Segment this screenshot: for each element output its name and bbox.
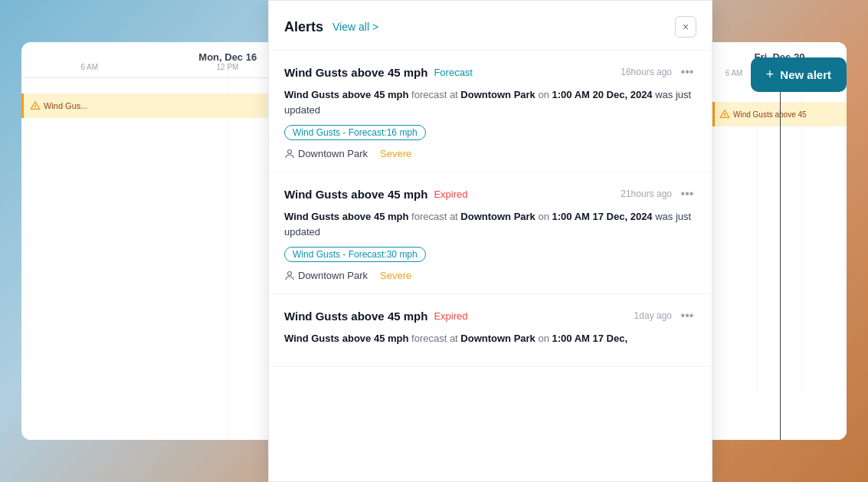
alert-0-body: Wind Gusts above 45 mph forecast at Down… (284, 87, 696, 117)
person-icon-1 (284, 271, 295, 281)
alert-0-bold2: Downtown Park (460, 89, 536, 100)
alert-0-bold1: Wind Gusts above 45 mph (284, 89, 408, 100)
new-alert-button[interactable]: + New alert (751, 57, 847, 92)
alert-1-location-wrap: Downtown Park (284, 270, 368, 281)
alert-1-meta: Downtown Park Severe (284, 270, 696, 281)
alerts-panel: Alerts View all > × Wind Gusts above 45 … (268, 0, 712, 482)
alert-0-name: Wind Gusts above 45 mph (284, 66, 427, 79)
alert-2-name: Wind Gusts above 45 mph (284, 310, 427, 323)
alerts-title: Alerts (284, 19, 323, 35)
alert-0-status: Forecast (434, 67, 473, 78)
alert-1-body: Wind Gusts above 45 mph forecast at Down… (284, 209, 696, 239)
alert-1-more-button[interactable]: ••• (678, 185, 696, 203)
alert-2-bold3: 1:00 AM 17 Dec, (552, 333, 628, 344)
right-cal-body: ! Wind Gusts above 45 (712, 87, 847, 393)
close-alerts-button[interactable]: × (675, 16, 696, 38)
alert-1-mid1: forecast at (408, 211, 460, 222)
right-vline-1 (712, 87, 758, 393)
alert-2-more-button[interactable]: ••• (678, 307, 696, 325)
alert-item-1-header: Wind Gusts above 45 mph Expired 21hours … (284, 185, 696, 203)
alert-1-name: Wind Gusts above 45 mph (284, 188, 427, 201)
alert-0-location-text: Downtown Park (298, 148, 368, 159)
new-alert-label: New alert (780, 68, 831, 81)
alert-0-mid1: forecast at (408, 89, 460, 100)
warning-icon-left: ! (30, 100, 41, 111)
vline-1 (21, 78, 228, 440)
alert-1-bold1: Wind Gusts above 45 mph (284, 211, 408, 222)
alert-1-time: 21hours ago (621, 189, 672, 199)
alert-0-time: 16hours ago (621, 67, 672, 77)
alert-2-bold2: Downtown Park (460, 333, 536, 344)
alerts-header: Alerts View all > × (269, 1, 712, 51)
alert-2-bold1: Wind Gusts above 45 mph (284, 333, 408, 344)
plus-icon: + (766, 67, 775, 83)
alert-0-badge: Wind Gusts - Forecast:16 mph (284, 125, 426, 140)
right-vline-3 (802, 87, 847, 393)
view-all-link[interactable]: View all > (332, 21, 378, 33)
alert-1-mid2: on (536, 211, 552, 222)
alert-item-0: Wind Gusts above 45 mph Forecast 16hours… (269, 51, 712, 172)
alert-bar-left-text: Wind Gus... (44, 101, 87, 110)
warning-icon-right: ! (719, 109, 730, 120)
alert-1-bold3: 1:00 AM 17 Dec, 2024 (552, 211, 653, 222)
right-calendar-panel: Fri, Dec 20 6 AM 12 PM 6 PM ! Wind Gusts… (712, 42, 847, 440)
svg-point-1 (288, 149, 292, 153)
alert-item-0-header: Wind Gusts above 45 mph Forecast 16hours… (284, 63, 696, 81)
today-divider-line (780, 87, 781, 440)
cal-time-1: 12 PM (217, 63, 239, 71)
alert-0-meta: Downtown Park Severe (284, 148, 696, 159)
alert-item-2-header: Wind Gusts above 45 mph Expired 1day ago… (284, 307, 696, 325)
alert-0-bold3: 1:00 AM 20 Dec, 2024 (552, 89, 653, 100)
alert-1-location-text: Downtown Park (298, 270, 368, 281)
cal-time-0: 6 AM (80, 63, 98, 71)
alert-1-bold2: Downtown Park (460, 211, 536, 222)
alert-0-severity: Severe (380, 148, 411, 159)
svg-text:!: ! (34, 103, 36, 109)
alert-item-1: Wind Gusts above 45 mph Expired 21hours … (269, 172, 712, 294)
alert-0-mid2: on (536, 89, 552, 100)
alerts-list: Wind Gusts above 45 mph Forecast 16hours… (269, 51, 712, 481)
alert-2-mid2: on (536, 333, 552, 344)
alert-0-more-button[interactable]: ••• (678, 63, 696, 81)
alert-0-location-wrap: Downtown Park (284, 148, 368, 159)
person-icon-0 (284, 149, 295, 159)
alert-1-severity: Severe (380, 270, 411, 281)
alert-1-status: Expired (434, 189, 467, 200)
right-cal-time-0: 6 AM (726, 69, 743, 77)
right-alert-bar-text: Wind Gusts above 45 (733, 110, 807, 119)
svg-point-2 (288, 271, 292, 275)
alert-2-time: 1day ago (634, 310, 672, 321)
alert-2-body: Wind Gusts above 45 mph forecast at Down… (284, 331, 696, 346)
alert-2-mid1: forecast at (408, 333, 460, 344)
svg-text:!: ! (724, 112, 726, 117)
alert-item-2: Wind Gusts above 45 mph Expired 1day ago… (269, 294, 712, 367)
alert-1-badge: Wind Gusts - Forecast:30 mph (284, 247, 426, 262)
alert-2-status: Expired (434, 310, 467, 322)
